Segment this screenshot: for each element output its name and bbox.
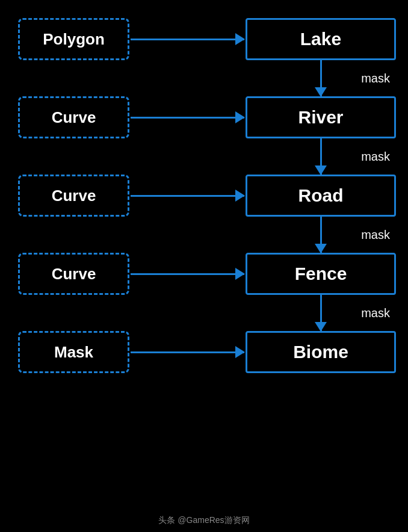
vline-container-4: mask xyxy=(246,295,396,331)
row-2: Curve River xyxy=(18,96,396,138)
left-box-mask: Mask xyxy=(18,331,129,373)
connector-2: mask xyxy=(18,138,396,175)
watermark: 头条 @GameRes游资网 xyxy=(158,515,249,526)
mask-label-1: mask xyxy=(361,72,390,85)
right-box-biome: Biome xyxy=(246,331,396,373)
vline-4 xyxy=(320,295,322,331)
left-box-curve-2: Curve xyxy=(18,175,129,217)
connector-3: mask xyxy=(18,217,396,253)
connector-1: mask xyxy=(18,60,396,96)
right-box-road: Road xyxy=(246,175,396,217)
vline-container-1: mask xyxy=(246,60,396,96)
arrow-1 xyxy=(131,39,244,40)
right-box-lake: Lake xyxy=(246,18,396,60)
vline-3 xyxy=(320,217,322,253)
vline-container-3: mask xyxy=(246,217,396,253)
arrow-4 xyxy=(131,273,244,275)
vline-2 xyxy=(320,138,322,175)
river-label: River xyxy=(298,107,343,128)
mask-box-label: Mask xyxy=(54,343,93,362)
row-5: Mask Biome xyxy=(18,331,396,373)
diagram: Polygon Lake mask Curve River mask Curve xyxy=(0,0,408,532)
row-3: Curve Road xyxy=(18,175,396,217)
right-box-river: River xyxy=(246,96,396,138)
left-box-curve-1: Curve xyxy=(18,96,129,138)
left-box-polygon: Polygon xyxy=(18,18,129,60)
mask-label-4: mask xyxy=(361,306,390,320)
mask-label-2: mask xyxy=(361,150,390,164)
arrow-3 xyxy=(131,195,244,197)
road-label: Road xyxy=(298,185,344,206)
row-4: Curve Fence xyxy=(18,253,396,295)
arrow-2 xyxy=(131,117,244,119)
lake-label: Lake xyxy=(300,29,341,49)
left-box-curve-3: Curve xyxy=(18,253,129,295)
curve3-label: Curve xyxy=(52,265,96,283)
connector-4: mask xyxy=(18,295,396,331)
fence-label: Fence xyxy=(295,264,347,284)
curve2-label: Curve xyxy=(52,187,96,205)
curve1-label: Curve xyxy=(52,108,96,127)
mask-label-3: mask xyxy=(361,228,390,242)
vline-container-2: mask xyxy=(246,138,396,175)
right-box-fence: Fence xyxy=(246,253,396,295)
polygon-label: Polygon xyxy=(43,30,105,49)
row-1: Polygon Lake xyxy=(18,18,396,60)
vline-1 xyxy=(320,60,322,96)
arrow-5 xyxy=(131,351,244,353)
biome-label: Biome xyxy=(293,342,348,362)
